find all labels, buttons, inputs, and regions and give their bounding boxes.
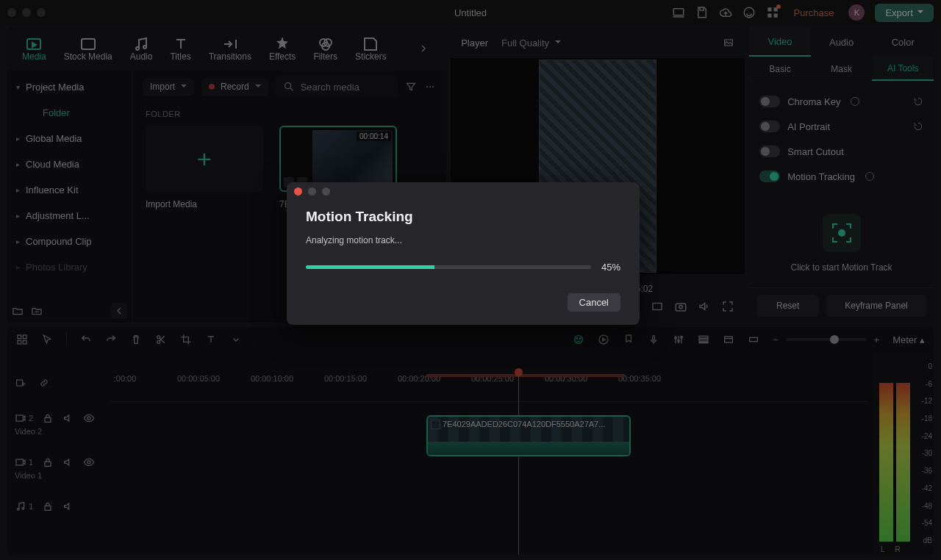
new-folder-icon[interactable] <box>12 305 24 317</box>
ai-portrait-toggle[interactable] <box>759 121 780 132</box>
ruler-tick: 00:00:05:00 <box>177 374 220 383</box>
mixer-icon[interactable] <box>673 334 684 345</box>
info-icon[interactable] <box>865 172 874 181</box>
tab-transitions[interactable]: Transitions <box>209 35 251 62</box>
timeline-clip[interactable]: 7E4029AADED26C074A120DF5550A27A7... <box>426 415 631 456</box>
zoom-slider[interactable] <box>786 338 867 341</box>
more-tools-icon[interactable] <box>230 334 242 345</box>
ai-face-icon[interactable] <box>573 334 584 345</box>
render-icon[interactable] <box>723 334 734 345</box>
link-icon[interactable] <box>38 377 50 389</box>
pointer-icon[interactable] <box>41 334 53 345</box>
smart-cutout-toggle[interactable] <box>759 146 780 157</box>
collapse-sidebar-button[interactable] <box>111 303 127 319</box>
delete-icon[interactable] <box>130 334 142 345</box>
snapshot-icon[interactable] <box>674 300 687 313</box>
svg-rect-25 <box>18 340 21 344</box>
cancel-button[interactable]: Cancel <box>568 293 620 312</box>
row-chroma-key: Chroma Key <box>759 89 923 114</box>
sidebar-item-project-media[interactable]: ▾Project Media <box>7 74 132 100</box>
row-motion-tracking: Motion Tracking <box>759 164 923 189</box>
track-options-icon[interactable] <box>698 334 709 345</box>
chroma-key-label: Chroma Key <box>787 96 840 107</box>
tab-audio[interactable]: Audio <box>130 35 153 62</box>
lock-icon[interactable] <box>42 456 54 468</box>
tabs-scroll-right[interactable] <box>415 40 432 57</box>
add-marker-icon[interactable] <box>15 377 26 389</box>
zoom-out-icon[interactable]: − <box>773 334 779 345</box>
subtab-mask[interactable]: Mask <box>811 57 873 81</box>
layout-icon[interactable] <box>16 334 28 345</box>
meter-scale-value: dB <box>922 536 932 545</box>
inspector-tab-color[interactable]: Color <box>872 27 934 57</box>
tab-stickers[interactable]: Stickers <box>355 35 387 62</box>
mute-icon[interactable] <box>62 412 74 424</box>
inspector-tab-video[interactable]: Video <box>749 27 811 57</box>
sidebar-item-adjustment-layer[interactable]: ▸Adjustment L... <box>7 203 132 229</box>
tab-titles[interactable]: Titles <box>170 35 190 62</box>
motion-tracking-toggle[interactable] <box>759 170 780 182</box>
marker-icon[interactable] <box>623 334 634 345</box>
snap-icon[interactable] <box>748 334 759 345</box>
quality-selector[interactable]: Full Quality <box>501 37 561 49</box>
visibility-icon[interactable] <box>83 412 95 424</box>
subtab-basic[interactable]: Basic <box>749 57 811 81</box>
scope-icon[interactable] <box>723 37 734 49</box>
volume-icon[interactable] <box>698 300 711 313</box>
subtab-ai-tools[interactable]: AI Tools <box>872 57 934 81</box>
sidebar-item-compound-clip[interactable]: ▸Compound Clip <box>7 229 132 254</box>
delete-folder-icon[interactable] <box>31 305 43 317</box>
sidebar-item-photos-library[interactable]: ▸Photos Library <box>7 254 132 280</box>
track-header-audio1[interactable]: 1 <box>7 496 110 528</box>
media-sidebar: ▾Project Media Folder ▸Global Media ▸Clo… <box>7 70 132 323</box>
text-icon[interactable] <box>205 334 217 345</box>
lock-icon[interactable] <box>42 500 54 512</box>
mute-icon[interactable] <box>62 456 74 468</box>
voiceover-icon[interactable] <box>648 334 659 345</box>
apps-icon[interactable] <box>766 6 779 19</box>
filter-icon[interactable] <box>405 81 417 93</box>
svg-rect-6 <box>773 14 777 18</box>
redo-icon[interactable] <box>105 334 117 345</box>
zoom-in-icon[interactable]: + <box>874 334 880 345</box>
tab-effects[interactable]: Effects <box>269 35 296 62</box>
info-icon[interactable] <box>851 97 859 106</box>
sidebar-item-influence-kit[interactable]: ▸Influence Kit <box>7 177 132 203</box>
track-header-video1[interactable]: 1 Video 1 <box>7 452 110 496</box>
lock-icon[interactable] <box>42 412 54 424</box>
meter-scale-value: -54 <box>922 519 932 527</box>
tab-media[interactable]: Media <box>22 35 46 62</box>
undo-icon[interactable] <box>80 334 92 345</box>
svg-point-10 <box>143 46 146 49</box>
mute-icon[interactable] <box>62 500 74 512</box>
crop-icon[interactable] <box>180 334 192 345</box>
inspector-tab-audio[interactable]: Audio <box>811 27 873 57</box>
import-media-tile[interactable]: + Import Media <box>146 126 263 209</box>
more-icon[interactable] <box>424 81 436 93</box>
sidebar-item-folder[interactable]: Folder <box>7 100 132 126</box>
sidebar-item-cloud-media[interactable]: ▸Cloud Media <box>7 151 132 177</box>
record-dropdown[interactable]: Record <box>201 79 268 96</box>
time-ruler[interactable]: :00:00 00:00:05:00 00:00:10:00 00:00:15:… <box>110 374 867 402</box>
track-header-video2[interactable]: 2 Video 2 <box>7 408 110 452</box>
split-icon[interactable] <box>155 334 167 345</box>
chroma-key-toggle[interactable] <box>759 96 780 107</box>
motion-track-target-icon[interactable] <box>823 214 861 252</box>
visibility-icon[interactable] <box>83 456 95 468</box>
import-dropdown[interactable]: Import <box>143 79 194 96</box>
tab-filters[interactable]: Filters <box>313 35 337 62</box>
reset-button[interactable]: Reset <box>756 295 819 317</box>
aspect-ratio-icon[interactable] <box>651 300 664 313</box>
timeline-zoom[interactable]: − + <box>773 334 879 345</box>
meter-label[interactable]: Meter ▴ <box>892 334 925 345</box>
keyframe-panel-button[interactable]: Keyframe Panel <box>826 295 926 317</box>
revert-icon[interactable] <box>913 121 923 132</box>
fullscreen-icon[interactable] <box>721 300 734 313</box>
sidebar-item-global-media[interactable]: ▸Global Media <box>7 126 132 151</box>
meter-channel-l: L <box>881 545 885 553</box>
tab-stock-media[interactable]: Stock Media <box>64 35 112 62</box>
media-search-input[interactable]: Search media <box>276 76 398 98</box>
play-small-icon[interactable] <box>598 334 609 345</box>
revert-icon[interactable] <box>913 96 923 107</box>
dialog-close-icon[interactable] <box>294 187 302 195</box>
